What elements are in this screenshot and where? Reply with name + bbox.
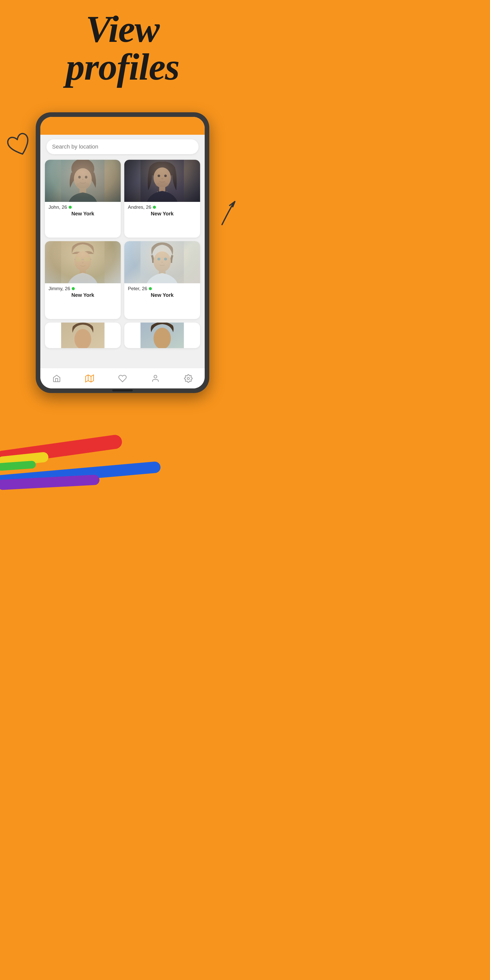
svg-rect-22 bbox=[159, 271, 165, 278]
profile-info-john: John, 26 New York bbox=[45, 202, 121, 220]
svg-rect-16 bbox=[84, 257, 90, 262]
online-indicator-peter bbox=[149, 287, 152, 290]
svg-marker-27 bbox=[86, 375, 94, 382]
svg-point-10 bbox=[164, 175, 167, 177]
deco-arrow-icon bbox=[215, 199, 240, 234]
profile-photo-peter bbox=[124, 241, 200, 283]
profile-card-jimmy[interactable]: Jimmy, 26 New York bbox=[45, 241, 121, 319]
profile-location-jimmy: New York bbox=[48, 292, 117, 298]
svg-point-8 bbox=[154, 167, 171, 188]
tablet-topbar bbox=[40, 117, 205, 135]
profile-name-line-peter: Peter, 26 bbox=[128, 286, 197, 291]
svg-rect-15 bbox=[76, 257, 82, 262]
profile-card-peter[interactable]: Peter, 26 New York bbox=[124, 241, 200, 319]
profile-grid: John, 26 New York bbox=[40, 158, 205, 368]
profile-name-line-jimmy: Jimmy, 26 bbox=[48, 286, 117, 291]
settings-icon bbox=[184, 374, 192, 383]
background: View profiles bbox=[0, 0, 245, 490]
deco-heart-icon bbox=[3, 129, 38, 167]
svg-point-1 bbox=[72, 160, 94, 179]
svg-rect-13 bbox=[61, 241, 105, 283]
profile-info-andres: Andres, 26 New York bbox=[124, 202, 200, 220]
home-icon bbox=[52, 374, 61, 383]
svg-rect-0 bbox=[61, 160, 105, 202]
profile-info-jimmy: Jimmy, 26 New York bbox=[45, 283, 121, 301]
svg-point-31 bbox=[187, 377, 189, 380]
profile-name-line-andres: Andres, 26 bbox=[128, 204, 197, 210]
profile-photo-andres bbox=[124, 160, 200, 202]
profile-card-john[interactable]: John, 26 New York bbox=[45, 160, 121, 238]
svg-point-3 bbox=[78, 176, 81, 179]
svg-rect-17 bbox=[80, 270, 86, 277]
profile-card-andres[interactable]: Andres, 26 New York bbox=[124, 160, 200, 238]
hero-title: View profiles bbox=[0, 10, 245, 86]
online-indicator-jimmy bbox=[72, 287, 75, 290]
tablet-home-button bbox=[112, 390, 133, 391]
profile-name-andres: Andres, 26 bbox=[128, 204, 151, 210]
profile-location-peter: New York bbox=[128, 292, 197, 298]
svg-point-11 bbox=[156, 182, 169, 187]
hero-title-line2: profiles bbox=[66, 46, 179, 88]
profile-location-john: New York bbox=[48, 211, 117, 217]
nav-likes[interactable] bbox=[115, 371, 130, 386]
svg-point-20 bbox=[158, 258, 161, 261]
svg-point-4 bbox=[85, 176, 88, 179]
profile-card-partial-5[interactable] bbox=[45, 323, 121, 348]
user-icon bbox=[151, 374, 160, 383]
nav-map[interactable] bbox=[82, 371, 97, 386]
profile-location-andres: New York bbox=[128, 211, 197, 217]
nav-home[interactable] bbox=[49, 371, 64, 386]
tablet-screen: John, 26 New York bbox=[40, 117, 205, 388]
nav-profile[interactable] bbox=[148, 371, 163, 386]
profile-photo-jimmy bbox=[45, 241, 121, 283]
svg-point-14 bbox=[75, 251, 91, 271]
svg-point-21 bbox=[164, 258, 167, 261]
online-indicator-john bbox=[68, 206, 72, 209]
search-container bbox=[40, 135, 205, 158]
hero-title-line1: View bbox=[86, 8, 159, 50]
app-content: John, 26 New York bbox=[40, 135, 205, 368]
heart-icon bbox=[118, 374, 127, 383]
svg-point-9 bbox=[158, 175, 160, 177]
svg-point-19 bbox=[154, 251, 171, 272]
tablet-device: John, 26 New York bbox=[36, 112, 209, 393]
profile-name-line-john: John, 26 bbox=[48, 204, 117, 210]
svg-rect-12 bbox=[159, 187, 165, 194]
nav-settings[interactable] bbox=[181, 371, 196, 386]
online-indicator-andres bbox=[153, 206, 156, 209]
search-input[interactable] bbox=[46, 139, 199, 154]
map-icon bbox=[85, 374, 94, 383]
svg-point-5 bbox=[76, 182, 90, 188]
profile-name-john: John, 26 bbox=[48, 204, 67, 210]
profile-card-partial-6[interactable] bbox=[124, 323, 200, 348]
profile-name-jimmy: Jimmy, 26 bbox=[48, 286, 70, 291]
profile-photo-john bbox=[45, 160, 121, 202]
profile-name-peter: Peter, 26 bbox=[128, 286, 147, 291]
svg-point-30 bbox=[154, 375, 157, 378]
svg-rect-18 bbox=[141, 241, 184, 283]
svg-rect-7 bbox=[141, 160, 184, 202]
hero-title-section: View profiles bbox=[0, 10, 245, 86]
svg-rect-6 bbox=[80, 188, 86, 196]
bottom-nav bbox=[40, 368, 205, 388]
profile-info-peter: Peter, 26 New York bbox=[124, 283, 200, 301]
svg-point-2 bbox=[74, 168, 92, 189]
